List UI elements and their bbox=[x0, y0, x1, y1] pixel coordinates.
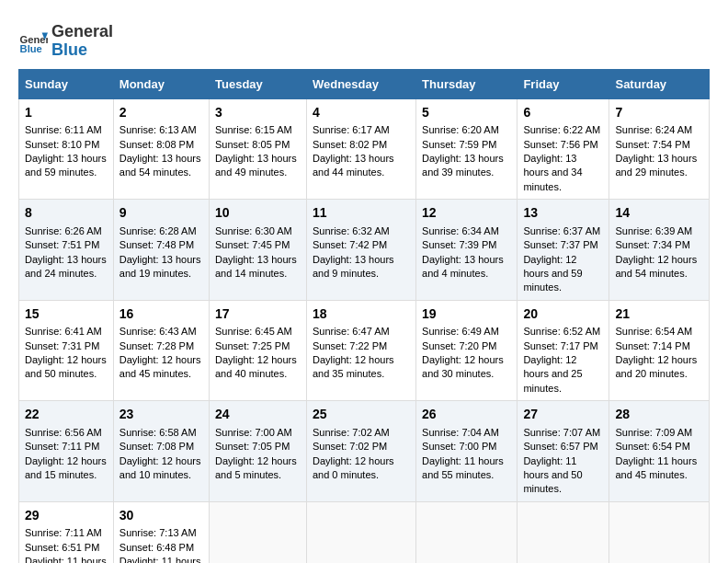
day-number: 20 bbox=[523, 305, 603, 324]
sunrise-text: Sunrise: 6:22 AM bbox=[523, 124, 600, 135]
sunset-text: Sunset: 7:28 PM bbox=[119, 340, 194, 351]
day-number: 26 bbox=[422, 406, 511, 424]
calendar-cell: 17Sunrise: 6:45 AMSunset: 7:25 PMDayligh… bbox=[210, 300, 307, 401]
calendar-cell: 28Sunrise: 7:09 AMSunset: 6:54 PMDayligh… bbox=[609, 401, 710, 502]
calendar-cell: 11Sunrise: 6:32 AMSunset: 7:42 PMDayligh… bbox=[306, 200, 415, 301]
calendar-week-row: 22Sunrise: 6:56 AMSunset: 7:11 PMDayligh… bbox=[19, 401, 710, 502]
daylight-text: Daylight: 13 hours and 14 minutes. bbox=[215, 254, 297, 279]
day-number: 13 bbox=[523, 204, 603, 223]
sunset-text: Sunset: 7:17 PM bbox=[523, 340, 597, 351]
sunrise-text: Sunrise: 6:41 AM bbox=[25, 326, 102, 337]
calendar-cell: 25Sunrise: 7:02 AMSunset: 7:02 PMDayligh… bbox=[306, 401, 415, 502]
calendar-cell: 27Sunrise: 7:07 AMSunset: 6:57 PMDayligh… bbox=[518, 401, 609, 502]
calendar-week-row: 8Sunrise: 6:26 AMSunset: 7:51 PMDaylight… bbox=[19, 200, 710, 301]
calendar-cell: 30Sunrise: 7:13 AMSunset: 6:48 PMDayligh… bbox=[113, 501, 209, 563]
sunrise-text: Sunrise: 6:58 AM bbox=[119, 427, 197, 438]
header-day-friday: Friday bbox=[518, 69, 609, 98]
daylight-text: Daylight: 12 hours and 59 minutes. bbox=[523, 254, 582, 293]
sunset-text: Sunset: 6:48 PM bbox=[119, 542, 194, 553]
day-number: 30 bbox=[119, 507, 203, 525]
calendar-cell: 23Sunrise: 6:58 AMSunset: 7:08 PMDayligh… bbox=[113, 401, 209, 502]
day-number: 1 bbox=[25, 104, 108, 122]
daylight-text: Daylight: 13 hours and 39 minutes. bbox=[422, 153, 504, 178]
day-number: 7 bbox=[615, 104, 703, 122]
day-number: 24 bbox=[215, 406, 301, 424]
calendar-cell: 2Sunrise: 6:13 AMSunset: 8:08 PMDaylight… bbox=[113, 98, 209, 200]
header-day-thursday: Thursday bbox=[416, 69, 518, 98]
calendar-cell bbox=[518, 501, 609, 563]
calendar-cell: 14Sunrise: 6:39 AMSunset: 7:34 PMDayligh… bbox=[609, 200, 710, 301]
daylight-text: Daylight: 12 hours and 40 minutes. bbox=[215, 354, 297, 379]
day-number: 3 bbox=[215, 104, 301, 122]
sunrise-text: Sunrise: 7:07 AM bbox=[523, 427, 600, 438]
sunrise-text: Sunrise: 6:28 AM bbox=[119, 225, 197, 236]
header-day-tuesday: Tuesday bbox=[210, 69, 307, 98]
daylight-text: Daylight: 11 hours and 50 minutes. bbox=[523, 455, 582, 495]
daylight-text: Daylight: 12 hours and 15 minutes. bbox=[25, 455, 107, 480]
calendar-cell: 4Sunrise: 6:17 AMSunset: 8:02 PMDaylight… bbox=[306, 98, 415, 200]
sunset-text: Sunset: 7:45 PM bbox=[215, 239, 290, 250]
daylight-text: Daylight: 12 hours and 45 minutes. bbox=[119, 354, 201, 379]
daylight-text: Daylight: 13 hours and 59 minutes. bbox=[25, 153, 107, 178]
sunrise-text: Sunrise: 7:11 AM bbox=[25, 527, 102, 538]
sunset-text: Sunset: 7:02 PM bbox=[313, 441, 387, 452]
sunset-text: Sunset: 7:25 PM bbox=[215, 340, 290, 351]
sunset-text: Sunset: 7:42 PM bbox=[313, 239, 387, 250]
day-number: 15 bbox=[25, 305, 108, 324]
sunrise-text: Sunrise: 6:54 AM bbox=[615, 326, 692, 337]
calendar-cell: 15Sunrise: 6:41 AMSunset: 7:31 PMDayligh… bbox=[19, 300, 114, 401]
page-header: General Blue General Blue bbox=[18, 18, 710, 60]
daylight-text: Daylight: 11 hours and 35 minutes. bbox=[119, 556, 201, 563]
calendar-cell: 22Sunrise: 6:56 AMSunset: 7:11 PMDayligh… bbox=[19, 401, 114, 502]
day-number: 6 bbox=[523, 104, 603, 122]
calendar-cell: 6Sunrise: 6:22 AMSunset: 7:56 PMDaylight… bbox=[518, 98, 609, 200]
calendar-week-row: 15Sunrise: 6:41 AMSunset: 7:31 PMDayligh… bbox=[19, 300, 710, 401]
daylight-text: Daylight: 12 hours and 50 minutes. bbox=[25, 354, 107, 379]
header-day-wednesday: Wednesday bbox=[306, 69, 415, 98]
sunset-text: Sunset: 7:39 PM bbox=[422, 239, 496, 250]
sunset-text: Sunset: 7:05 PM bbox=[215, 441, 290, 452]
sunrise-text: Sunrise: 7:00 AM bbox=[215, 427, 292, 438]
sunrise-text: Sunrise: 6:47 AM bbox=[313, 326, 390, 337]
sunset-text: Sunset: 7:34 PM bbox=[615, 239, 689, 250]
header-day-sunday: Sunday bbox=[19, 69, 114, 98]
sunset-text: Sunset: 7:14 PM bbox=[615, 340, 689, 351]
sunset-text: Sunset: 7:11 PM bbox=[25, 441, 99, 452]
sunset-text: Sunset: 7:37 PM bbox=[523, 239, 597, 250]
day-number: 16 bbox=[119, 305, 203, 324]
header-day-saturday: Saturday bbox=[609, 69, 710, 98]
daylight-text: Daylight: 13 hours and 4 minutes. bbox=[422, 254, 504, 279]
sunrise-text: Sunrise: 6:49 AM bbox=[422, 326, 499, 337]
sunrise-text: Sunrise: 6:30 AM bbox=[215, 225, 292, 236]
calendar-cell: 26Sunrise: 7:04 AMSunset: 7:00 PMDayligh… bbox=[416, 401, 518, 502]
sunset-text: Sunset: 7:59 PM bbox=[422, 139, 496, 150]
sunset-text: Sunset: 7:08 PM bbox=[119, 441, 194, 452]
day-number: 27 bbox=[523, 406, 603, 424]
calendar-cell: 20Sunrise: 6:52 AMSunset: 7:17 PMDayligh… bbox=[518, 300, 609, 401]
calendar-table: SundayMondayTuesdayWednesdayThursdayFrid… bbox=[18, 69, 710, 563]
sunset-text: Sunset: 7:00 PM bbox=[422, 441, 496, 452]
sunset-text: Sunset: 8:02 PM bbox=[313, 139, 387, 150]
sunset-text: Sunset: 7:48 PM bbox=[119, 239, 194, 250]
daylight-text: Daylight: 11 hours and 40 minutes. bbox=[25, 556, 107, 563]
calendar-cell: 3Sunrise: 6:15 AMSunset: 8:05 PMDaylight… bbox=[210, 98, 307, 200]
daylight-text: Daylight: 12 hours and 30 minutes. bbox=[422, 354, 504, 379]
daylight-text: Daylight: 12 hours and 0 minutes. bbox=[313, 455, 394, 480]
day-number: 9 bbox=[119, 204, 203, 223]
calendar-cell bbox=[609, 501, 710, 563]
calendar-header-row: SundayMondayTuesdayWednesdayThursdayFrid… bbox=[19, 69, 710, 98]
day-number: 29 bbox=[25, 507, 108, 525]
sunrise-text: Sunrise: 7:04 AM bbox=[422, 427, 499, 438]
calendar-cell: 8Sunrise: 6:26 AMSunset: 7:51 PMDaylight… bbox=[19, 200, 114, 301]
calendar-cell bbox=[416, 501, 518, 563]
sunrise-text: Sunrise: 6:32 AM bbox=[313, 225, 390, 236]
daylight-text: Daylight: 13 hours and 9 minutes. bbox=[313, 254, 394, 279]
day-number: 11 bbox=[313, 204, 410, 223]
sunrise-text: Sunrise: 6:26 AM bbox=[25, 225, 102, 236]
sunrise-text: Sunrise: 6:43 AM bbox=[119, 326, 197, 337]
day-number: 12 bbox=[422, 204, 511, 223]
sunrise-text: Sunrise: 6:39 AM bbox=[615, 225, 692, 236]
sunrise-text: Sunrise: 6:34 AM bbox=[422, 225, 499, 236]
header-day-monday: Monday bbox=[113, 69, 209, 98]
day-number: 10 bbox=[215, 204, 301, 223]
